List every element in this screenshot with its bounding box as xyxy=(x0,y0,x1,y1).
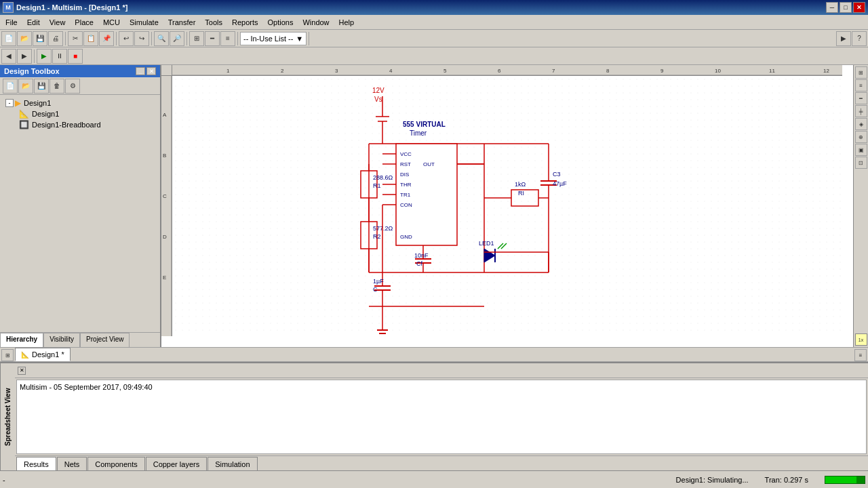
sep6 xyxy=(309,32,309,45)
sim-pause[interactable]: ⏸ xyxy=(52,49,67,64)
spreadsheet-header: ✕ xyxy=(15,363,868,378)
toolbox-minimize[interactable]: _ xyxy=(136,67,145,75)
bottom-panel: Spreadsheet View ✕ Multisim - 05 Septemb… xyxy=(0,362,868,470)
svg-text:9: 9 xyxy=(660,68,664,74)
toolbox-close[interactable]: ✕ xyxy=(146,67,156,75)
paste-button[interactable]: 📌 xyxy=(99,31,114,46)
right-tb-2[interactable]: ≡ xyxy=(855,79,867,92)
tree-child-1[interactable]: 📐 Design1 xyxy=(19,108,157,119)
spreadsheet-close[interactable]: ✕ xyxy=(18,367,26,375)
svg-text:10nF: 10nF xyxy=(414,252,429,259)
svg-text:C: C xyxy=(373,286,378,293)
redo-button[interactable]: ↪ xyxy=(134,31,149,46)
menu-window[interactable]: Window xyxy=(298,17,333,28)
tb-new[interactable]: 📄 xyxy=(3,79,18,94)
tab-project-view[interactable]: Project View xyxy=(80,333,130,347)
wire-button[interactable]: ━ xyxy=(205,31,220,46)
right-tb-7[interactable]: ▣ xyxy=(855,144,867,156)
right-panel: ⊞ ≡ ━ ╪ ◈ ⊕ ▣ ⊡ 1x xyxy=(853,65,868,347)
menu-options[interactable]: Options xyxy=(264,17,298,28)
menu-simulate[interactable]: Simulate xyxy=(125,17,163,28)
log-entry: Multisim - 05 September 2017, 09:49:40 xyxy=(20,383,153,391)
sim-stop[interactable]: ■ xyxy=(68,49,83,64)
schematic-canvas[interactable]: 12V Vs 288.6Ω R1 xyxy=(172,76,842,336)
doc-tab-design1[interactable]: 📐 Design1 * xyxy=(15,348,71,361)
doc-tab-icon: 📐 xyxy=(21,351,29,359)
ss-tab-components[interactable]: Components xyxy=(87,457,144,470)
save-button[interactable]: 💾 xyxy=(33,31,47,46)
zoom-in-button[interactable]: 🔍 xyxy=(154,31,169,46)
svg-text:C3: C3 xyxy=(553,171,561,178)
help-button[interactable]: ? xyxy=(852,31,867,46)
tb-open[interactable]: 📂 xyxy=(18,79,33,94)
left-panel: Design Toolbox _ ✕ 📄 📂 💾 🗑 ⚙ - ▶ Design1… xyxy=(0,65,161,347)
title-bar-controls: ─ □ ✕ xyxy=(826,2,865,13)
menu-mcu[interactable]: MCU xyxy=(99,17,124,28)
cut-button[interactable]: ✂ xyxy=(68,31,83,46)
menu-help[interactable]: Help xyxy=(335,17,359,28)
tb-delete[interactable]: 🗑 xyxy=(50,79,64,94)
app-icon: M xyxy=(3,2,14,13)
ss-tab-results[interactable]: Results xyxy=(16,457,56,470)
tree-expand-root[interactable]: - xyxy=(5,99,14,107)
svg-text:1kΩ: 1kΩ xyxy=(515,181,526,188)
right-tb-3[interactable]: ━ xyxy=(855,92,867,104)
doc-tab-label: Design1 * xyxy=(32,350,64,359)
new-button[interactable]: 📄 xyxy=(1,31,16,46)
undo-button[interactable]: ↩ xyxy=(119,31,134,46)
open-button[interactable]: 📂 xyxy=(17,31,32,46)
menu-reports[interactable]: Reports xyxy=(228,17,262,28)
right-tb-4[interactable]: ╪ xyxy=(855,105,867,117)
toolbox-tree: - ▶ Design1 📐 Design1 🔲 Design1-Breadboa… xyxy=(0,95,160,332)
menu-view[interactable]: View xyxy=(45,17,70,28)
design-view-toggle[interactable]: ⊞ xyxy=(1,349,14,361)
sep7 xyxy=(34,49,35,63)
tree-child-2[interactable]: 🔲 Design1-Breadboard xyxy=(19,119,157,130)
sim-back[interactable]: ◀ xyxy=(1,49,16,64)
tb-settings[interactable]: ⚙ xyxy=(65,79,80,94)
panel-toggle-right[interactable]: ≡ xyxy=(854,349,867,361)
copy-button[interactable]: 📋 xyxy=(83,31,98,46)
sim-fwd[interactable]: ▶ xyxy=(17,49,32,64)
spreadsheet-tabs: Results Nets Components Copper layers Si… xyxy=(15,455,868,470)
sim-play[interactable]: ▶ xyxy=(37,49,52,64)
component-button[interactable]: ⊞ xyxy=(189,31,204,46)
svg-text:LED1: LED1 xyxy=(479,240,494,247)
position-indicator: - xyxy=(3,476,5,484)
svg-text:GND: GND xyxy=(400,234,412,240)
ss-tab-simulation[interactable]: Simulation xyxy=(208,457,257,470)
toolbox-toolbar: 📄 📂 💾 🗑 ⚙ xyxy=(0,77,160,95)
zoom-out-button[interactable]: 🔎 xyxy=(170,31,184,46)
minimize-button[interactable]: ─ xyxy=(826,2,838,13)
toolbox-tabs: Hierarchy Visibility Project View xyxy=(0,332,160,347)
progress-indicator xyxy=(825,476,865,484)
print-button[interactable]: 🖨 xyxy=(48,31,63,46)
right-tb-1[interactable]: ⊞ xyxy=(855,66,867,79)
tran-time: Tran: 0.297 s xyxy=(765,476,808,484)
svg-text:47µF: 47µF xyxy=(553,180,567,187)
close-button[interactable]: ✕ xyxy=(853,2,865,13)
run-button[interactable]: ▶ xyxy=(836,31,851,46)
ss-tab-nets[interactable]: Nets xyxy=(57,457,87,470)
tree-root[interactable]: - ▶ Design1 xyxy=(5,98,157,108)
right-tb-8[interactable]: ⊡ xyxy=(855,157,867,169)
title-bar-left: M Design1 - Multisim - [Design1 *] xyxy=(3,2,127,13)
tab-hierarchy[interactable]: Hierarchy xyxy=(0,333,43,347)
svg-text:R2: R2 xyxy=(373,233,381,240)
window-title: Design1 - Multisim - [Design1 *] xyxy=(16,3,127,12)
restore-button[interactable]: □ xyxy=(840,2,852,13)
tab-visibility[interactable]: Visibility xyxy=(43,333,80,347)
menu-transfer[interactable]: Transfer xyxy=(164,17,200,28)
ss-tab-copper-layers[interactable]: Copper layers xyxy=(146,457,207,470)
svg-text:B: B xyxy=(163,152,166,159)
menu-file[interactable]: File xyxy=(1,17,22,28)
right-tb-6[interactable]: ⊕ xyxy=(855,131,867,143)
menu-edit[interactable]: Edit xyxy=(23,17,44,28)
tb-save[interactable]: 💾 xyxy=(34,79,49,94)
menu-tools[interactable]: Tools xyxy=(201,17,226,28)
svg-text:4: 4 xyxy=(389,68,393,74)
menu-place[interactable]: Place xyxy=(71,17,98,28)
bus-button[interactable]: ≡ xyxy=(220,31,235,46)
right-tb-5[interactable]: ◈ xyxy=(855,118,867,130)
in-use-list-dropdown[interactable]: -- In-Use List -- ▼ xyxy=(240,32,307,45)
